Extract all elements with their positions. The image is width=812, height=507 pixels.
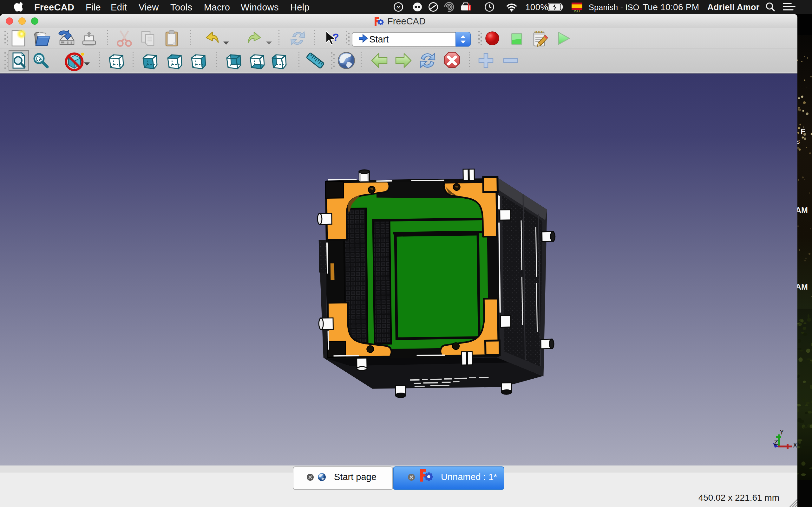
svg-text:X: X — [793, 442, 797, 450]
svg-text:Y: Y — [780, 429, 784, 437]
svg-text:∞: ∞ — [397, 4, 400, 10]
svg-text:Z: Z — [774, 439, 778, 447]
svg-text:ISO: ISO — [574, 9, 579, 13]
svg-text:?: ? — [333, 31, 339, 43]
